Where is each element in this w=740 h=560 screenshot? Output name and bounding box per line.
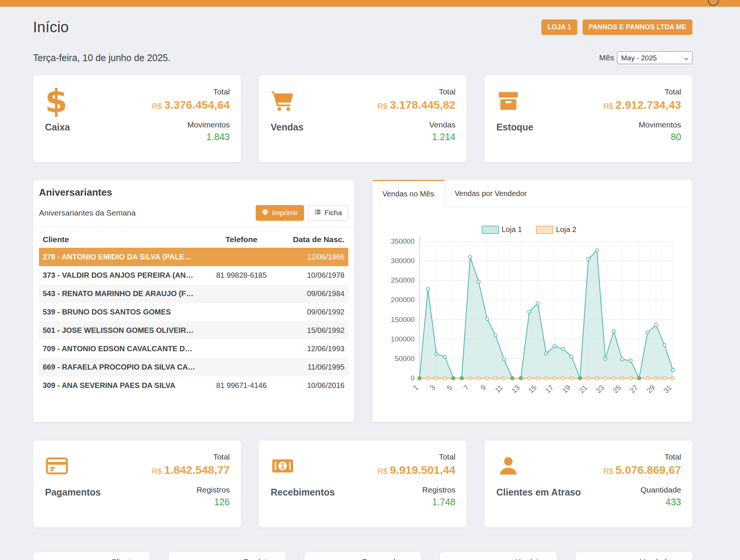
footer-card-label: Fornecedores: [304, 557, 411, 560]
stat-count-label: Registros: [377, 485, 455, 494]
stat-total-value: R$ 1.842.548,77: [152, 464, 230, 476]
stat-count-label: Quantidade: [603, 485, 681, 494]
stat-total-label: Total: [152, 87, 230, 96]
birthday-row[interactable]: 373 - VALDIR DOS ANJOS PEREIRA (AN…81 99…: [39, 266, 348, 284]
birthday-row[interactable]: 709 - ANTONIO EDSON CAVALCANTE D…12/06/1…: [39, 340, 348, 358]
stat-left: Pagamentos: [45, 452, 101, 518]
footer-card-clientes[interactable]: Clientes: [33, 552, 150, 560]
currency-prefix: R$: [152, 467, 162, 475]
stat-total-label: Total: [603, 452, 681, 461]
stat-left: 1Recebimentos: [271, 452, 335, 518]
stat-count-value: 1.214: [377, 132, 455, 142]
birthday-telefone: 81 99671-4146: [200, 376, 283, 395]
user-avatar-icon[interactable]: [708, 0, 719, 6]
total-amount: 9.919.501,44: [390, 464, 455, 476]
birthday-nascimento: 09/06/1984: [283, 284, 348, 303]
stat-count-value: 1.843: [152, 132, 230, 142]
birthday-cliente: 373 - VALDIR DOS ANJOS PEREIRA (AN…: [39, 266, 200, 284]
stats-row-bottom: PagamentosTotalR$ 1.842.548,77Registros1…: [33, 440, 692, 527]
birthday-telefone: [200, 321, 283, 340]
list-icon: [314, 208, 321, 217]
footer-card-usuarios[interactable]: Usuários: [440, 552, 557, 560]
stat-right: TotalR$ 9.919.501,44Registros1.748: [377, 452, 455, 518]
currency-prefix: R$: [603, 102, 613, 110]
month-picker: Mês May - 2025: [599, 51, 692, 64]
stat-card-clientes-em-atraso: Clientes em AtrasoTotalR$ 5.076.869,67Qu…: [484, 440, 692, 527]
footer-card-fornecedores[interactable]: Fornecedores: [304, 552, 421, 560]
birthday-nascimento: 12/06/1966: [283, 248, 348, 266]
ficha-button[interactable]: Ficha: [308, 205, 348, 221]
cart-icon: [271, 87, 304, 114]
svg-text:200000: 200000: [391, 296, 415, 304]
stat-total-label: Total: [377, 452, 455, 461]
svg-text:15: 15: [527, 383, 538, 395]
svg-text:1: 1: [411, 383, 419, 392]
print-button-label: Imprimir: [272, 209, 298, 217]
tab-vendas-por-vendedor[interactable]: Vendas por Vendedor: [445, 180, 537, 207]
company-button[interactable]: PANNOS E PANNOS LTDA ME: [583, 19, 692, 35]
birthday-nascimento: 10/06/1978: [283, 266, 348, 284]
svg-text:31: 31: [662, 383, 673, 395]
svg-text:11: 11: [493, 383, 504, 394]
total-amount: 3.178.445,82: [390, 99, 455, 111]
birthday-row[interactable]: 278 - ANTONIO EMIDIO DA SILVA (PALE…12/0…: [39, 248, 348, 266]
month-select[interactable]: May - 2025: [617, 51, 692, 64]
birthdays-table-header: Cliente Telefone Data de Nasc.: [39, 229, 348, 248]
birthday-row[interactable]: 539 - BRUNO DOS SANTOS GOMES09/06/1992: [39, 303, 348, 321]
stat-count-value: 126: [152, 497, 230, 508]
footer-card-label: Produtos: [169, 557, 275, 560]
stat-count-label: Vendas: [377, 120, 455, 129]
sales-tabs: Vendas no Mês Vendas por Vendedor: [372, 180, 692, 207]
banknote-icon: 1: [271, 452, 335, 479]
stat-title: Clientes em Atraso: [496, 487, 581, 498]
column-cliente: Cliente: [39, 229, 200, 248]
birthday-nascimento: 10/06/2016: [283, 376, 348, 395]
stat-right: TotalR$ 5.076.869,67Quantidade433: [603, 452, 681, 518]
svg-text:13: 13: [510, 383, 521, 395]
svg-text:9: 9: [479, 383, 487, 392]
stat-total-label: Total: [603, 87, 681, 96]
birthday-row[interactable]: 501 - JOSE WELISSON GOMES OLIVEIR…15/06/…: [39, 321, 348, 340]
footer-card-label: Vendedores: [575, 557, 682, 560]
store-button[interactable]: LOJA 1: [541, 19, 577, 35]
birthday-cliente: 669 - RAFAELA PROCOPIO DA SILVA CA…: [39, 358, 200, 376]
print-button[interactable]: Imprimir: [256, 205, 304, 221]
svg-text:25: 25: [611, 383, 623, 395]
tab-vendas-no-mes[interactable]: Vendas no Mês: [372, 180, 445, 207]
birthday-row[interactable]: 309 - ANA SEVERINA PAES DA SILVA81 99671…: [39, 376, 348, 395]
birthdays-table: Cliente Telefone Data de Nasc. 278 - ANT…: [39, 229, 348, 395]
birthday-telefone: 81 99828-6185: [200, 266, 283, 284]
footer-card-vendedores[interactable]: Vendedores: [575, 552, 692, 560]
currency-prefix: R$: [603, 467, 613, 475]
sales-month-chart: 0500001000001500002000002500003000003500…: [372, 210, 692, 419]
svg-text:19: 19: [561, 383, 572, 395]
stat-card-recebimentos: 1RecebimentosTotalR$ 9.919.501,44Registr…: [259, 440, 467, 527]
birthday-telefone: [200, 284, 283, 303]
birthday-nascimento: 09/06/1992: [283, 303, 348, 321]
svg-text:5: 5: [445, 383, 454, 392]
footer-card-produtos[interactable]: Produtos: [169, 552, 286, 560]
stat-count-label: Movimentos: [152, 120, 230, 129]
svg-text:350000: 350000: [391, 237, 415, 245]
stat-total-value: R$ 2.912.734,43: [603, 99, 681, 111]
birthdays-toolbar: Aniversariantes da Semana Imprimir Ficha: [39, 205, 348, 221]
birthdays-panel: Aniversariantes Aniversariantes da Seman…: [33, 180, 354, 422]
svg-text:17: 17: [544, 383, 555, 395]
stat-left: Clientes em Atraso: [496, 452, 581, 518]
birthday-telefone: [200, 340, 283, 358]
birthday-nascimento: 15/06/1992: [283, 321, 348, 340]
birthday-telefone: [200, 248, 283, 266]
birthday-row[interactable]: 543 - RENATO MARINHO DE ARAUJO (F…09/06/…: [39, 284, 348, 303]
card-icon: [45, 452, 101, 479]
birthdays-subtitle: Aniversariantes da Semana: [39, 208, 136, 217]
stat-card-caixa: $CaixaTotalR$ 3.376.454,64Movimentos1.84…: [33, 75, 241, 162]
page-title: Início: [33, 19, 69, 36]
divider: [33, 227, 354, 227]
stat-title: Vendas: [271, 122, 304, 133]
birthday-row[interactable]: 669 - RAFAELA PROCOPIO DA SILVA CA…11/06…: [39, 358, 348, 376]
svg-text:250000: 250000: [391, 276, 415, 284]
stat-count-label: Movimentos: [603, 120, 681, 129]
column-nascimento: Data de Nasc.: [283, 229, 348, 248]
page-header: Início LOJA 1 PANNOS E PANNOS LTDA ME: [33, 19, 692, 36]
svg-text:Loja 2: Loja 2: [556, 225, 577, 234]
